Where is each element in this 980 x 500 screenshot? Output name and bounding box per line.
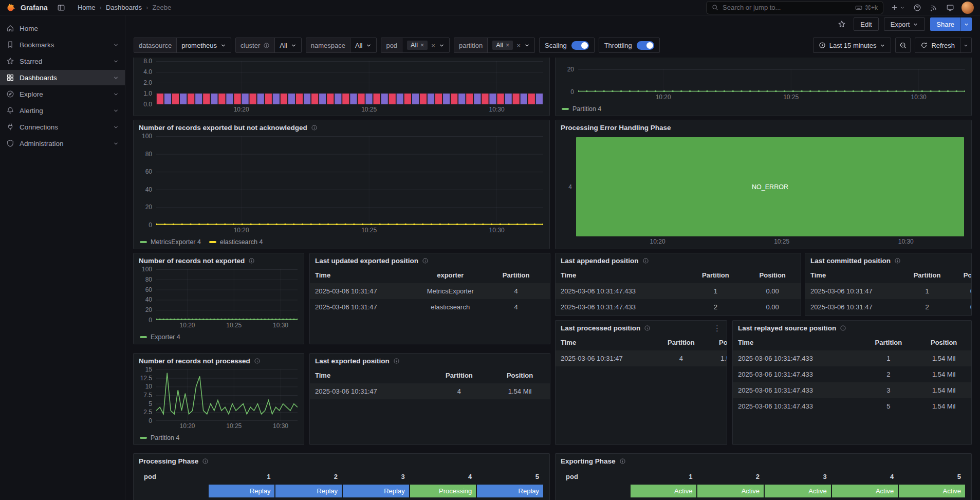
- phase-cell[interactable]: Active: [631, 485, 697, 497]
- breadcrumb-item[interactable]: Home: [78, 4, 96, 11]
- chevron-down-icon[interactable]: [113, 59, 119, 64]
- filter-value-dropdown[interactable]: All××: [488, 38, 534, 52]
- chevron-down-icon[interactable]: [113, 124, 119, 130]
- info-icon[interactable]: [422, 257, 429, 264]
- phase-cell[interactable]: Replay: [275, 485, 342, 497]
- info-icon[interactable]: [642, 257, 649, 264]
- zoom-out-button[interactable]: [895, 38, 911, 53]
- chevron-down-icon[interactable]: [291, 43, 297, 48]
- share-button[interactable]: Share: [930, 17, 960, 31]
- panel-title[interactable]: Last exported position: [315, 357, 390, 365]
- grafana-logo-icon[interactable]: [6, 3, 16, 13]
- remove-option-icon[interactable]: ×: [420, 42, 424, 49]
- plot-area[interactable]: [578, 69, 965, 92]
- phase-cell[interactable]: Replay: [343, 485, 409, 497]
- panel-title[interactable]: Last committed position: [810, 257, 891, 265]
- chevron-down-icon[interactable]: [439, 43, 445, 48]
- phase-cell[interactable]: Active: [832, 485, 898, 497]
- share-menu-button[interactable]: [960, 17, 972, 31]
- sidebar-item-connections[interactable]: Connections: [0, 119, 125, 135]
- chevron-down-icon[interactable]: [113, 91, 119, 97]
- filter-value-dropdown[interactable]: prometheus: [177, 38, 231, 52]
- chevron-down-icon[interactable]: [113, 75, 119, 81]
- breadcrumb-item[interactable]: Dashboards: [106, 4, 142, 11]
- display-button[interactable]: [945, 3, 955, 13]
- column-header[interactable]: Position: [916, 335, 971, 350]
- column-header[interactable]: Partition: [490, 267, 542, 283]
- panel-title[interactable]: Number of records not processed: [139, 357, 250, 365]
- toggle-switch[interactable]: [637, 41, 654, 50]
- chevron-down-icon[interactable]: [113, 108, 119, 114]
- sidebar-item-explore[interactable]: Explore: [0, 86, 125, 102]
- info-icon[interactable]: [263, 42, 270, 49]
- panel-title[interactable]: Last replayed source position: [738, 324, 836, 332]
- chevron-down-icon[interactable]: [113, 141, 119, 146]
- help-button[interactable]: [912, 3, 922, 13]
- chevron-down-icon[interactable]: [366, 43, 372, 48]
- column-header[interactable]: Time: [805, 267, 902, 283]
- column-header[interactable]: Time: [310, 267, 411, 283]
- column-header[interactable]: Partition: [655, 335, 707, 350]
- remove-option-icon[interactable]: ×: [506, 42, 509, 49]
- favorite-button[interactable]: [835, 17, 848, 31]
- panel-title[interactable]: Processing Phase: [139, 457, 198, 465]
- phase-cell[interactable]: Active: [697, 485, 764, 497]
- sidebar-item-administration[interactable]: Administration: [0, 136, 125, 151]
- toggle-switch[interactable]: [571, 41, 589, 50]
- user-avatar[interactable]: [961, 2, 974, 14]
- news-button[interactable]: [929, 3, 939, 13]
- info-icon[interactable]: [619, 458, 626, 465]
- column-header[interactable]: Partition: [687, 267, 744, 283]
- column-header[interactable]: Position: [542, 267, 550, 283]
- phase-cell[interactable]: Active: [899, 485, 965, 497]
- export-button[interactable]: Export: [884, 17, 926, 31]
- phase-cell[interactable]: Processing: [410, 485, 476, 497]
- panel-title[interactable]: Processing Error Handling Phase: [561, 124, 671, 132]
- column-header[interactable]: Position: [707, 335, 727, 350]
- info-icon[interactable]: [254, 358, 261, 364]
- panel-title[interactable]: Number of records exported but not ackno…: [139, 124, 307, 132]
- info-icon[interactable]: [311, 124, 318, 131]
- sidebar-item-bookmarks[interactable]: Bookmarks: [0, 37, 125, 52]
- chevron-down-icon[interactable]: [524, 43, 530, 48]
- legend-item[interactable]: MetricsExporter 4: [140, 238, 201, 246]
- column-header[interactable]: Position: [490, 367, 550, 383]
- legend-item[interactable]: Partition 4: [562, 105, 601, 113]
- plot-area[interactable]: [156, 61, 543, 104]
- search-input[interactable]: [723, 4, 851, 11]
- column-header[interactable]: Time: [556, 335, 655, 350]
- info-icon[interactable]: [202, 458, 209, 465]
- info-icon[interactable]: [248, 257, 255, 264]
- sidebar-item-dashboards[interactable]: Dashboards: [0, 70, 125, 85]
- panel-menu-icon[interactable]: ⋮: [713, 324, 722, 332]
- filter-value-dropdown[interactable]: All: [275, 38, 301, 52]
- column-header[interactable]: Time: [556, 267, 687, 283]
- dock-menu-icon[interactable]: [57, 4, 65, 12]
- sidebar-item-home[interactable]: Home: [0, 21, 125, 36]
- selected-option-chip[interactable]: All×: [407, 41, 428, 50]
- column-header[interactable]: Position: [744, 267, 801, 283]
- chevron-down-icon[interactable]: [220, 43, 226, 48]
- sidebar-item-starred[interactable]: Starred: [0, 53, 125, 69]
- new-button[interactable]: [890, 3, 906, 12]
- column-header[interactable]: Partition: [860, 335, 916, 350]
- column-header[interactable]: Position: [952, 267, 971, 283]
- panel-title[interactable]: Last updated exported position: [315, 257, 418, 265]
- filter-value-dropdown[interactable]: All××: [402, 38, 449, 52]
- clear-filter-icon[interactable]: ×: [516, 42, 521, 49]
- refresh-button[interactable]: Refresh: [915, 38, 960, 53]
- refresh-interval-dropdown[interactable]: [960, 38, 972, 53]
- column-header[interactable]: Time: [733, 335, 860, 350]
- edit-button[interactable]: Edit: [854, 17, 878, 31]
- legend-item[interactable]: Partition 4: [140, 434, 179, 441]
- selected-option-chip[interactable]: All×: [492, 41, 513, 50]
- state-timeline-block[interactable]: NO_ERROR: [576, 137, 964, 236]
- info-icon[interactable]: [840, 325, 846, 331]
- sidebar-item-alerting[interactable]: Alerting: [0, 103, 125, 118]
- time-range-picker[interactable]: Last 15 minutes: [813, 38, 892, 53]
- info-icon[interactable]: [393, 358, 400, 364]
- phase-cell[interactable]: Active: [765, 485, 831, 497]
- clear-filter-icon[interactable]: ×: [431, 42, 435, 49]
- info-icon[interactable]: [644, 325, 651, 331]
- plot-area[interactable]: [156, 269, 298, 320]
